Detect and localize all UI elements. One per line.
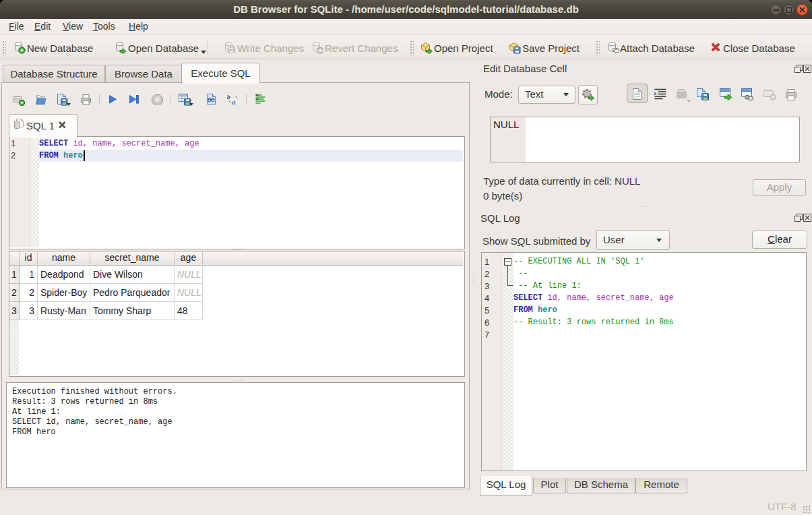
svg-text:b: b xyxy=(227,94,230,100)
svg-text:a: a xyxy=(232,98,236,106)
